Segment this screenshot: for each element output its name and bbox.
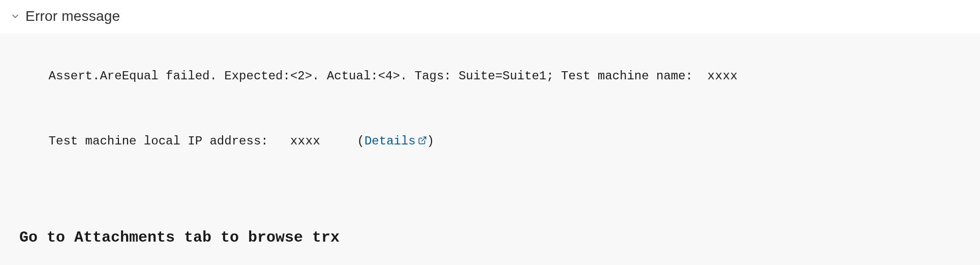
external-link-icon [418,132,427,151]
machine-name-redacted: xxxx [708,67,738,85]
error-text: Test machine local IP address: [49,134,290,148]
ip-redacted: xxxx [290,132,321,151]
error-text: Assert.AreEqual failed. Expected:<2>. Ac… [49,69,708,83]
error-line-2: Test machine local IP address: xxxx (Det… [19,113,961,170]
spacer [321,134,357,148]
error-message-body: Assert.AreEqual failed. Expected:<2>. Ac… [0,34,980,265]
open-paren: ( [357,134,364,148]
chevron-down-icon [10,11,20,21]
close-paren: ) [427,134,434,148]
error-line-1: Assert.AreEqual failed. Expected:<2>. Ac… [19,48,961,105]
details-link[interactable]: Details [364,134,416,148]
attachments-hint: Go to Attachments tab to browse trx [19,226,961,250]
svg-line-0 [421,137,425,141]
section-title: Error message [25,8,120,24]
error-section-header[interactable]: Error message [0,0,980,34]
